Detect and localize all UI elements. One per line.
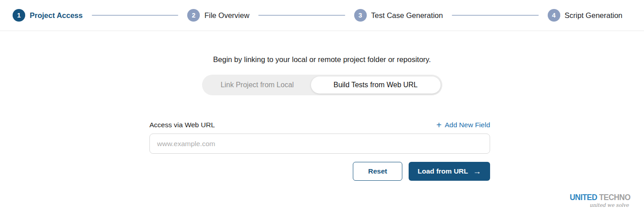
reset-button[interactable]: Reset bbox=[353, 162, 402, 181]
step-connector bbox=[452, 15, 538, 16]
main-content: Begin by linking to your local or remote… bbox=[0, 55, 644, 181]
step-3-badge: 3 bbox=[354, 9, 367, 22]
load-from-url-button[interactable]: Load from URL → bbox=[409, 162, 490, 181]
step-connector bbox=[92, 15, 178, 16]
add-new-field-button[interactable]: + Add New Field bbox=[437, 120, 490, 129]
wizard-stepper: 1 Project Access 2 File Overview 3 Test … bbox=[0, 0, 644, 31]
step-2-badge: 2 bbox=[187, 9, 200, 22]
add-new-field-label: Add New Field bbox=[445, 121, 490, 129]
toggle-build-tests-from-web-url[interactable]: Build Tests from Web URL bbox=[311, 76, 441, 94]
stepper-step-test-case-generation[interactable]: 3 Test Case Generation bbox=[354, 9, 443, 22]
step-connector bbox=[258, 15, 345, 16]
web-url-field-label: Access via Web URL bbox=[149, 121, 215, 129]
step-1-label: Project Access bbox=[30, 11, 83, 20]
intro-text: Begin by linking to your local or remote… bbox=[0, 55, 644, 64]
web-url-input[interactable] bbox=[149, 134, 490, 154]
step-3-label: Test Case Generation bbox=[371, 11, 443, 20]
form-actions: Reset Load from URL → bbox=[149, 162, 490, 181]
step-4-label: Script Generation bbox=[565, 11, 622, 20]
stepper-step-file-overview[interactable]: 2 File Overview bbox=[187, 9, 249, 22]
logo-word-techno: TECHNO bbox=[599, 192, 630, 202]
web-url-form: Access via Web URL + Add New Field Reset… bbox=[149, 120, 490, 181]
source-mode-toggle: Link Project from Local Build Tests from… bbox=[202, 75, 442, 95]
step-2-label: File Overview bbox=[204, 11, 249, 20]
arrow-right-icon: → bbox=[473, 167, 481, 175]
stepper-step-script-generation[interactable]: 4 Script Generation bbox=[548, 9, 622, 22]
toggle-link-project-from-local[interactable]: Link Project from Local bbox=[204, 76, 311, 94]
logo-word-united: UNITED bbox=[570, 192, 597, 202]
logo-wordmark: UNITED TECHNO bbox=[570, 192, 630, 202]
plus-icon: + bbox=[437, 120, 442, 129]
logo-tagline: united we solve bbox=[563, 202, 630, 208]
united-techno-logo: UNITED TECHNO united we solve bbox=[563, 192, 630, 208]
step-4-badge: 4 bbox=[548, 9, 560, 22]
stepper-step-project-access[interactable]: 1 Project Access bbox=[13, 9, 83, 22]
step-1-badge: 1 bbox=[13, 9, 25, 22]
load-from-url-label: Load from URL bbox=[418, 167, 468, 175]
